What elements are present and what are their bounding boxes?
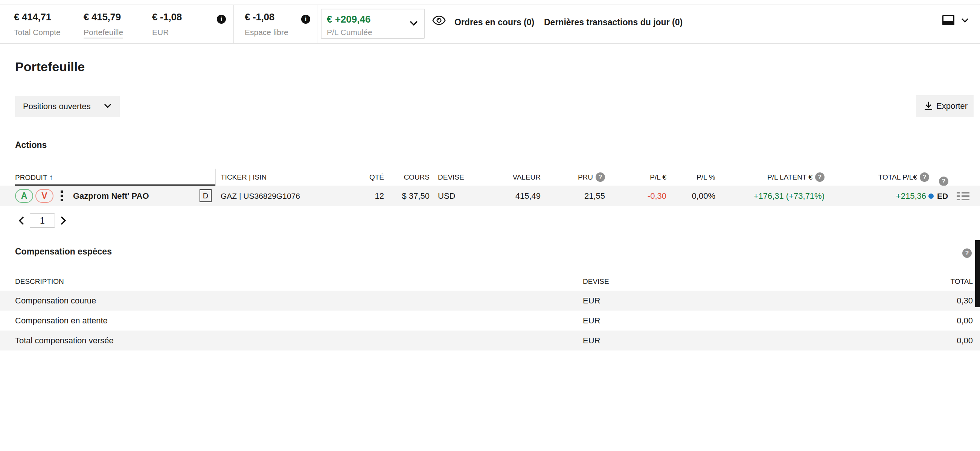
espace-libre-value: € -1,08 xyxy=(245,11,288,23)
col-devise: DEVISE xyxy=(583,273,609,290)
compensation-section-title: Compensation espèces xyxy=(15,246,112,257)
col-pl-latent[interactable]: P/L LATENT € ? xyxy=(734,169,824,186)
row-description: Compensation en attente xyxy=(15,311,108,330)
col-pl-pct[interactable]: P/L % xyxy=(663,169,715,186)
product-name[interactable]: Gazprom Neft' PAO xyxy=(73,186,149,206)
compensation-row: Compensation en attente EUR 0,00 xyxy=(0,311,980,330)
portefeuille-label[interactable]: Portefeuille xyxy=(84,28,123,38)
chevron-down-icon xyxy=(104,103,111,108)
col-ticker-isin[interactable]: TICKER | ISIN xyxy=(221,169,267,186)
value-eur: 415,49 xyxy=(484,186,541,206)
col-qte[interactable]: QTÉ xyxy=(346,169,384,186)
help-icon[interactable]: ? xyxy=(596,172,605,182)
help-icon[interactable]: ? xyxy=(815,172,824,182)
compensation-table-header: DESCRIPTION DEVISE TOTAL xyxy=(0,273,980,290)
exchange-indicator: ED xyxy=(928,186,948,206)
metric-portefeuille[interactable]: € 415,79 Portefeuille xyxy=(84,11,123,38)
metric-espace-libre: € -1,08 Espace libre xyxy=(245,11,288,37)
metric-eur: € -1,08 EUR xyxy=(152,11,182,37)
sell-button[interactable]: V xyxy=(35,189,54,203)
layout-monitor-icon[interactable] xyxy=(942,15,955,25)
row-total: 0,30 xyxy=(897,291,973,311)
positions-filter-dropdown[interactable]: Positions ouvertes xyxy=(15,96,120,117)
derivative-badge: D xyxy=(200,189,212,202)
positions-filter-value: Positions ouvertes xyxy=(23,102,91,111)
row-description: Total compensation versée xyxy=(15,330,114,351)
actions-table-header: PRODUIT ↑ TICKER | ISIN QTÉ COURS DEVISE… xyxy=(0,169,980,186)
buy-button[interactable]: A xyxy=(15,189,33,203)
compensation-row: Compensation courue EUR 0,30 xyxy=(0,291,980,311)
row-description: Compensation courue xyxy=(15,291,96,311)
chevron-down-icon[interactable] xyxy=(961,18,969,23)
info-icon[interactable]: i xyxy=(217,15,226,24)
sort-asc-icon: ↑ xyxy=(49,173,53,181)
currency-value: USD xyxy=(438,186,455,206)
col-devise[interactable]: DEVISE xyxy=(438,169,464,186)
col-produit[interactable]: PRODUIT ↑ xyxy=(15,169,53,186)
info-icon[interactable]: i xyxy=(301,15,310,24)
chevron-down-icon xyxy=(410,21,418,26)
kebab-menu-icon[interactable] xyxy=(60,191,63,203)
col-description: DESCRIPTION xyxy=(15,273,64,290)
exchange-dot-icon xyxy=(928,194,934,199)
portfolio-page: € 414,71 Total Compte € 415,79 Portefeui… xyxy=(0,0,980,451)
pl-cumulee-label: P/L Cumulée xyxy=(327,28,372,37)
page-title: Portefeuille xyxy=(15,59,85,74)
position-row: A V Gazprom Neft' PAO D GAZ | US36829G10… xyxy=(0,186,980,206)
pl-cumulee-selector[interactable]: € +209,46 P/L Cumulée xyxy=(321,9,425,39)
row-total: 0,00 xyxy=(897,311,973,330)
row-total: 0,00 xyxy=(897,330,973,351)
metric-total-compte: € 414,71 Total Compte xyxy=(14,11,60,37)
total-compte-value: € 414,71 xyxy=(14,11,60,23)
col-cours[interactable]: COURS xyxy=(384,169,430,186)
details-list-icon[interactable] xyxy=(957,192,969,202)
espace-libre-label: Espace libre xyxy=(245,28,288,37)
eye-icon[interactable] xyxy=(432,16,446,25)
qty-value: 12 xyxy=(346,186,384,206)
account-summary-bar: € 414,71 Total Compte € 415,79 Portefeui… xyxy=(0,5,980,44)
col-pl-eur[interactable]: P/L € xyxy=(610,169,667,186)
price-value: $ 37,50 xyxy=(384,186,430,206)
total-compte-label: Total Compte xyxy=(14,28,60,37)
help-icon[interactable]: ? xyxy=(939,176,948,186)
page-number-input[interactable]: 1 xyxy=(30,213,55,228)
orders-in-progress-link[interactable]: Ordres en cours (0) xyxy=(454,17,534,27)
divider xyxy=(317,5,317,43)
pl-eur-value: -0,30 xyxy=(610,186,667,206)
col-pru[interactable]: PRU ? xyxy=(546,169,605,186)
next-page-button[interactable] xyxy=(60,216,67,225)
help-icon[interactable]: ? xyxy=(920,172,929,182)
bep-value: 21,55 xyxy=(546,186,605,206)
portefeuille-value: € 415,79 xyxy=(84,11,123,23)
pl-pct-value: 0,00% xyxy=(663,186,715,206)
col-valeur[interactable]: VALEUR xyxy=(484,169,541,186)
eur-label: EUR xyxy=(152,28,182,37)
col-total: TOTAL xyxy=(897,273,973,290)
total-pl-value: +215,36 xyxy=(840,186,926,206)
download-icon xyxy=(924,101,933,111)
pl-latent-value: +176,31 (+73,71%) xyxy=(734,186,824,206)
divider xyxy=(234,5,234,43)
exchange-code: ED xyxy=(937,192,948,201)
prev-page-button[interactable] xyxy=(18,216,24,225)
scrollbar-thumb[interactable] xyxy=(975,240,980,307)
eur-value: € -1,08 xyxy=(152,11,182,23)
row-currency: EUR xyxy=(583,311,600,330)
compensation-row: Total compensation versée EUR 0,00 xyxy=(0,330,980,351)
row-currency: EUR xyxy=(583,291,600,311)
export-label: Exporter xyxy=(936,101,967,111)
col-total-pl[interactable]: TOTAL P/L€ ? xyxy=(840,169,929,186)
actions-section-title: Actions xyxy=(15,140,47,150)
ticker-isin: GAZ | US36829G1076 xyxy=(221,186,300,206)
row-currency: EUR xyxy=(583,330,600,351)
pl-cumulee-value: € +209,46 xyxy=(327,14,371,25)
last-transactions-link[interactable]: Dernières transactions du jour (0) xyxy=(544,17,682,27)
export-button[interactable]: Exporter xyxy=(916,95,974,117)
help-icon[interactable]: ? xyxy=(962,248,972,258)
